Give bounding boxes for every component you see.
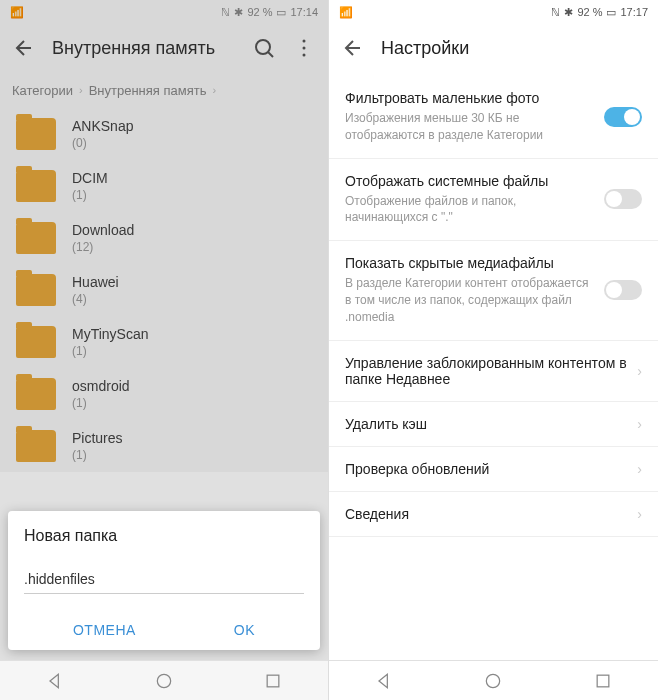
toggle-switch[interactable]	[604, 280, 642, 300]
folder-icon	[16, 326, 56, 358]
folder-count: (1)	[72, 448, 312, 462]
setting-item[interactable]: Сведения ›	[329, 492, 658, 537]
folder-item[interactable]: ANKSnap (0)	[0, 108, 328, 160]
time-text: 17:14	[290, 6, 318, 18]
svg-rect-5	[267, 675, 279, 687]
setting-item[interactable]: Удалить кэш ›	[329, 402, 658, 447]
setting-title: Отображать системные файлы	[345, 173, 594, 189]
svg-point-4	[157, 674, 170, 687]
folder-count: (4)	[72, 292, 312, 306]
folder-name: ANKSnap	[72, 118, 312, 134]
svg-point-3	[303, 54, 306, 57]
setting-title: Фильтровать маленькие фото	[345, 90, 594, 106]
setting-title: Показать скрытые медиафайлы	[345, 255, 594, 271]
new-folder-dialog: Новая папка ОТМЕНА OK	[8, 511, 320, 650]
signal-icon: 📶	[339, 6, 353, 19]
status-bar: 📶 ℕ ✱ 92 % ▭ 17:14	[0, 0, 328, 24]
nfc-icon: ℕ	[221, 6, 230, 19]
svg-point-1	[303, 40, 306, 43]
setting-item[interactable]: Управление заблокированным контентом в п…	[329, 341, 658, 402]
breadcrumb-root[interactable]: Категории	[12, 83, 73, 98]
setting-text: Фильтровать маленькие фото Изображения м…	[345, 90, 594, 144]
nav-home[interactable]	[154, 671, 174, 691]
folder-info: DCIM (1)	[72, 170, 312, 202]
folder-icon	[16, 378, 56, 410]
folder-list: ANKSnap (0) DCIM (1) Download (12) Huawe…	[0, 108, 328, 472]
folder-item[interactable]: DCIM (1)	[0, 160, 328, 212]
chevron-right-icon: ›	[637, 461, 642, 477]
battery-icon: ▭	[606, 6, 616, 19]
setting-item[interactable]: Показать скрытые медиафайлы В разделе Ка…	[329, 241, 658, 340]
chevron-right-icon: ›	[79, 84, 83, 96]
folder-info: MyTinyScan (1)	[72, 326, 312, 358]
breadcrumb-current[interactable]: Внутренняя память	[89, 83, 207, 98]
page-title: Внутренняя память	[52, 38, 236, 59]
folder-info: osmdroid (1)	[72, 378, 312, 410]
folder-name: Download	[72, 222, 312, 238]
more-button[interactable]	[292, 36, 316, 60]
setting-item[interactable]: Отображать системные файлы Отображение ф…	[329, 159, 658, 242]
folder-count: (12)	[72, 240, 312, 254]
setting-text: Сведения	[345, 506, 627, 522]
setting-title: Проверка обновлений	[345, 461, 627, 477]
setting-subtitle: Изображения меньше 30 КБ не отображаются…	[345, 110, 594, 144]
setting-item[interactable]: Проверка обновлений ›	[329, 447, 658, 492]
nav-recent[interactable]	[263, 671, 283, 691]
folder-count: (1)	[72, 188, 312, 202]
folder-item[interactable]: MyTinyScan (1)	[0, 316, 328, 368]
nav-back[interactable]	[374, 671, 394, 691]
phone-right: 📶 ℕ ✱ 92 % ▭ 17:17 Настройки Фильтровать…	[329, 0, 658, 700]
back-button[interactable]	[341, 36, 365, 60]
chevron-right-icon: ›	[212, 84, 216, 96]
setting-subtitle: Отображение файлов и папок, начинающихся…	[345, 193, 594, 227]
setting-item[interactable]: Фильтровать маленькие фото Изображения м…	[329, 76, 658, 159]
folder-name: Huawei	[72, 274, 312, 290]
folder-icon	[16, 170, 56, 202]
folder-item[interactable]: Pictures (1)	[0, 420, 328, 472]
battery-icon: ▭	[276, 6, 286, 19]
search-button[interactable]	[252, 36, 276, 60]
dialog-title: Новая папка	[24, 527, 304, 545]
folder-count: (1)	[72, 396, 312, 410]
folder-item[interactable]: Huawei (4)	[0, 264, 328, 316]
phone-left: 📶 ℕ ✱ 92 % ▭ 17:14 Внутренняя память Кат…	[0, 0, 329, 700]
folder-info: ANKSnap (0)	[72, 118, 312, 150]
setting-text: Проверка обновлений	[345, 461, 627, 477]
settings-list: Фильтровать маленькие фото Изображения м…	[329, 72, 658, 537]
battery-text: 92 %	[577, 6, 602, 18]
folder-item[interactable]: Download (12)	[0, 212, 328, 264]
cancel-button[interactable]: ОТМЕНА	[73, 622, 136, 638]
breadcrumb[interactable]: Категории › Внутренняя память ›	[0, 72, 328, 108]
svg-point-0	[256, 40, 270, 54]
folder-info: Download (12)	[72, 222, 312, 254]
back-button[interactable]	[12, 36, 36, 60]
signal-icon: 📶	[10, 6, 24, 19]
folder-count: (0)	[72, 136, 312, 150]
folder-name: osmdroid	[72, 378, 312, 394]
ok-button[interactable]: OK	[234, 622, 255, 638]
setting-text: Показать скрытые медиафайлы В разделе Ка…	[345, 255, 594, 325]
nav-recent[interactable]	[593, 671, 613, 691]
toggle-switch[interactable]	[604, 189, 642, 209]
folder-name: MyTinyScan	[72, 326, 312, 342]
setting-text: Управление заблокированным контентом в п…	[345, 355, 627, 387]
nav-back[interactable]	[45, 671, 65, 691]
nav-home[interactable]	[483, 671, 503, 691]
folder-info: Pictures (1)	[72, 430, 312, 462]
chevron-right-icon: ›	[637, 363, 642, 379]
setting-subtitle: В разделе Категории контент отображается…	[345, 275, 594, 325]
toggle-switch[interactable]	[604, 107, 642, 127]
folder-info: Huawei (4)	[72, 274, 312, 306]
nav-bar	[329, 660, 658, 700]
page-title: Настройки	[381, 38, 646, 59]
folder-count: (1)	[72, 344, 312, 358]
time-text: 17:17	[620, 6, 648, 18]
chevron-right-icon: ›	[637, 506, 642, 522]
bluetooth-icon: ✱	[564, 6, 573, 19]
folder-icon	[16, 430, 56, 462]
setting-title: Удалить кэш	[345, 416, 627, 432]
setting-title: Управление заблокированным контентом в п…	[345, 355, 627, 387]
folder-item[interactable]: osmdroid (1)	[0, 368, 328, 420]
folder-name-input[interactable]	[24, 565, 304, 594]
nfc-icon: ℕ	[551, 6, 560, 19]
